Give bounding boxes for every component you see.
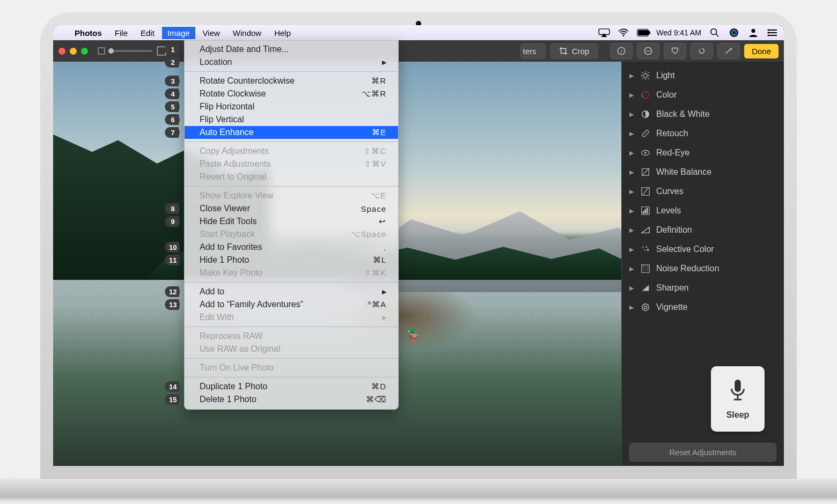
menu-item-add-to-family-adventures[interactable]: Add to “Family Adventures”^⌘A — [185, 298, 398, 311]
adjust-row-white-balance[interactable]: ▶White Balance — [622, 162, 784, 182]
notification-center-icon[interactable] — [767, 27, 779, 39]
voice-tag-11: 11 — [165, 255, 180, 265]
adjust-row-label: Vignette — [656, 302, 687, 312]
menu-item-hide-photo[interactable]: Hide 1 Photo⌘L — [185, 254, 398, 266]
menu-item-close-viewer[interactable]: Close ViewerSpace — [185, 202, 398, 215]
menu-shortcut: ⌘L — [373, 255, 386, 265]
adjust-row-color[interactable]: ▶Color — [622, 85, 784, 105]
menu-shortcut: ⇧⌘V — [364, 159, 386, 169]
adjust-row-selective-color[interactable]: ▶Selective Color — [622, 240, 784, 259]
adjust-row-label: Light — [656, 71, 675, 80]
adjust-row-red-eye[interactable]: ▶Red-Eye — [622, 143, 784, 162]
menu-shortcut: ↩ — [379, 217, 386, 226]
airplay-icon[interactable] — [598, 27, 610, 39]
disclosure-triangle-icon: ▶ — [629, 207, 635, 214]
wifi-icon[interactable] — [618, 27, 629, 39]
adjust-row-definition[interactable]: ▶Definition — [622, 220, 784, 240]
adjust-row-vignette[interactable]: ▶Vignette — [622, 298, 784, 317]
voice-tag-9: 9 — [165, 216, 180, 227]
menu-item-rotate-clockwise[interactable]: Rotate Clockwise⌥⌘R — [185, 87, 398, 100]
zoom-slider[interactable] — [109, 50, 152, 52]
voice-tag-7: 7 — [165, 127, 180, 138]
menu-edit[interactable]: Edit — [135, 27, 160, 39]
menu-item-label: Rotate Counterclockwise — [200, 76, 295, 86]
menu-help[interactable]: Help — [269, 27, 296, 39]
auto-enhance-button[interactable] — [717, 43, 740, 59]
adjust-row-label: Definition — [656, 225, 692, 235]
menubar-clock[interactable]: Wed 9:41 AM — [656, 28, 701, 37]
svg-rect-38 — [642, 130, 649, 137]
filters-tab-label-fragment: ters — [523, 47, 537, 56]
adjust-row-retouch[interactable]: ▶Retouch — [622, 124, 784, 143]
disclosure-triangle-icon: ▶ — [629, 188, 635, 195]
menu-item-rotate-counterclockwise[interactable]: Rotate Counterclockwise⌘R — [185, 75, 398, 87]
menu-window[interactable]: Window — [227, 27, 267, 39]
info-button[interactable]: i — [610, 43, 633, 59]
disclosure-triangle-icon: ▶ — [629, 169, 635, 176]
voice-tag-14: 14 — [165, 381, 180, 392]
close-window-button[interactable] — [58, 48, 65, 55]
disclosure-triangle-icon: ▶ — [629, 72, 635, 79]
user-icon[interactable] — [747, 27, 759, 39]
filters-tab[interactable]: ters — [520, 43, 546, 59]
adjust-row-light[interactable]: ▶Light — [622, 66, 784, 85]
svg-point-48 — [645, 246, 648, 248]
menu-item-auto-enhance[interactable]: Auto Enhance⌘E — [185, 126, 398, 139]
reset-adjustments-button[interactable]: Reset Adjustments — [629, 443, 776, 462]
laptop-frame: Photos File Edit Image View Window Help … — [40, 12, 797, 479]
menu-item-adjust-date-and-time[interactable]: Adjust Date and Time... — [185, 43, 398, 56]
minimize-window-button[interactable] — [70, 48, 77, 55]
microphone-icon — [728, 378, 747, 403]
menu-shortcut: ⌘D — [371, 382, 386, 391]
adjust-row-label: Black & White — [656, 109, 710, 119]
voice-tag-4: 4 — [165, 88, 180, 99]
menu-item-flip-vertical[interactable]: Flip Vertical — [185, 113, 398, 126]
menu-item-delete-photo[interactable]: Delete 1 Photo⌘⌫ — [185, 393, 398, 406]
svg-point-58 — [642, 304, 649, 311]
levels-icon — [640, 205, 651, 216]
menu-item-label: Reprocess RAW — [200, 331, 263, 341]
adjust-row-curves[interactable]: ▶Curves — [622, 182, 784, 201]
voice-control-card[interactable]: Sleep — [711, 366, 765, 432]
menu-file[interactable]: File — [109, 27, 133, 39]
menu-item-duplicate-photo[interactable]: Duplicate 1 Photo⌘D — [185, 380, 398, 393]
done-button[interactable]: Done — [744, 44, 779, 58]
app-menu[interactable]: Photos — [69, 27, 107, 39]
disclosure-triangle-icon: ▶ — [629, 265, 635, 272]
adjust-row-levels[interactable]: ▶Levels — [622, 201, 784, 220]
adjust-row-label: Noise Reduction — [656, 264, 719, 273]
svg-point-12 — [767, 29, 769, 31]
zoom-window-button[interactable] — [81, 48, 88, 55]
menu-image[interactable]: Image — [162, 27, 195, 39]
adjust-row-noise-reduction[interactable]: ▶Noise Reduction — [622, 259, 784, 278]
svg-point-8 — [751, 29, 755, 33]
menu-item-location[interactable]: Location▶ — [185, 56, 398, 69]
voice-tag-2: 2 — [165, 57, 180, 68]
siri-icon[interactable] — [728, 27, 740, 39]
menu-item-hide-edit-tools[interactable]: Hide Edit Tools↩ — [185, 215, 398, 228]
photo-small-icon — [98, 47, 105, 55]
menu-separator — [185, 377, 398, 377]
menu-item-add-to-favorites[interactable]: Add to Favorites. — [185, 241, 398, 254]
crop-icon — [559, 47, 568, 55]
crop-tab[interactable]: Crop — [550, 43, 599, 59]
svg-rect-15 — [98, 48, 105, 54]
adjust-row-label: Levels — [656, 206, 681, 216]
menu-item-add-to[interactable]: Add to▶ — [185, 285, 398, 298]
adjust-row-sharpen[interactable]: ▶Sharpen — [622, 278, 784, 298]
more-button[interactable] — [637, 43, 659, 59]
menu-item-start-playback: Start Playback⌥Space — [185, 228, 398, 241]
adjust-row-black-white[interactable]: ▶Black & White — [622, 105, 784, 124]
rotate-button[interactable] — [691, 43, 713, 59]
menu-item-copy-adjustments: Copy Adjustments⇧⌘C — [185, 145, 398, 158]
menu-shortcut: ⇧⌘K — [364, 268, 386, 278]
favorite-button[interactable] — [664, 43, 686, 59]
spotlight-icon[interactable] — [709, 27, 721, 39]
svg-point-22 — [649, 50, 650, 51]
menu-view[interactable]: View — [197, 27, 225, 39]
menu-item-show-explore-view: Show Explore View⌥E — [185, 189, 398, 202]
menu-item-label: Edit With — [200, 313, 234, 322]
battery-icon[interactable] — [637, 27, 649, 39]
menu-item-flip-horizontal[interactable]: Flip Horizontal — [185, 100, 398, 113]
svg-rect-44 — [643, 211, 644, 214]
